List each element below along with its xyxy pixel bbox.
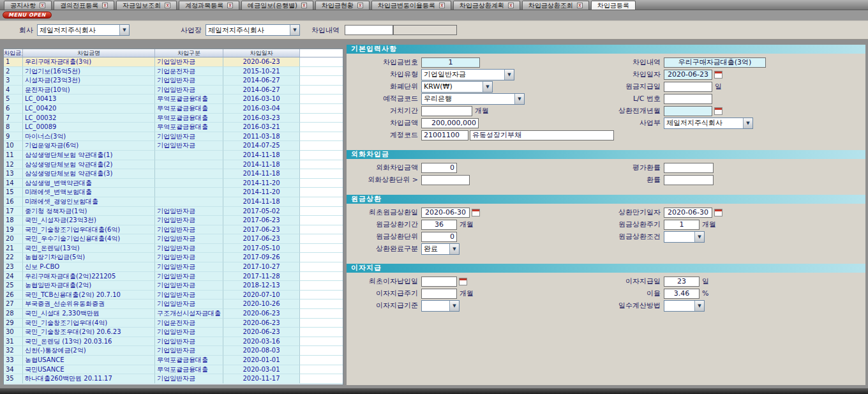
grid-row[interactable]: 26국민_TCB신용대출(2억) 20.7.10기업일반자금2020-07-10 (4, 291, 343, 300)
exchange-rate-input[interactable] (664, 175, 714, 185)
tab-close-icon[interactable]: x (301, 3, 307, 8)
calendar-icon[interactable] (472, 209, 480, 216)
grid-row[interactable]: 21국민_온렌딩(13억)기업일반자금2017-05-10 (4, 244, 343, 254)
interest-pay-basis-select[interactable]: ▼ (421, 300, 460, 312)
tab-close-icon[interactable]: x (40, 3, 45, 8)
loan-desc-input[interactable] (664, 57, 766, 68)
tab-결의전표등록[interactable]: 결의전표등록x (54, 1, 114, 10)
tab-close-icon[interactable]: x (508, 3, 514, 8)
grid-cell-date: 2017-06-23 (223, 225, 300, 235)
account-code-input[interactable] (421, 130, 468, 140)
tab-차입금현황[interactable]: 차입금현황x (315, 1, 370, 10)
grid-row[interactable]: 17중기청 정책자금(1억)기업일반자금2017-05-02 (4, 207, 343, 216)
grid-row[interactable]: 5LC_00413무역포괄금융대출2016-03-10 (4, 95, 343, 104)
grid-column-header[interactable]: 차입구분 (155, 49, 223, 57)
tab-차입금변동이율등록[interactable]: 차입금변동이율등록x (371, 1, 451, 10)
grid-row[interactable]: 4운전자금(10억)기업일반자금2014-06-27 (4, 86, 343, 95)
repay-complete-type-select[interactable]: 완료▼ (421, 243, 460, 255)
grid-row[interactable]: 28국민_시설대 2,330백만원구조개선시설자금대출2020-06-23 (4, 309, 343, 319)
grid-row[interactable]: 8LC_00089무역포괄금융대출2016-03-21 (4, 123, 343, 132)
day-count-method-select[interactable]: ▼ (664, 300, 705, 312)
grid-row[interactable]: 34국민USANCE무역포괄금융대출2020-03-01 (4, 365, 343, 375)
eval-exchange-rate-input[interactable] (664, 163, 714, 173)
tab-차입금상환조회[interactable]: 차입금상환조회x (522, 1, 589, 10)
tab-close-icon[interactable]: x (102, 3, 108, 8)
interest-pay-cycle-input[interactable] (421, 289, 457, 299)
tab-차입금상환계획[interactable]: 차입금상환계획x (453, 1, 520, 10)
company-select[interactable]: 제일저지주식회사 ▼ (37, 24, 130, 36)
grid-row[interactable]: 23신보 P-CBO기업일반자금2017-10-27 (4, 262, 343, 272)
grid-row[interactable]: 12삼성생명단체보험 약관대출(2)2014-11-18 (4, 160, 343, 170)
menu-open-button[interactable]: MENU OPEN (3, 11, 52, 19)
loan-amount-input[interactable] (421, 118, 479, 128)
deposit-code-select[interactable]: 우리은행▼ (421, 93, 525, 105)
tab-예금일보(은행별)[interactable]: 예금일보(은행별)x (241, 1, 313, 10)
business-unit-select[interactable]: 제일저지주식회사▼ (664, 117, 753, 129)
grid-row[interactable]: 6LC_00420무역포괄금융대출2016-03-04 (4, 104, 343, 114)
tab-close-icon[interactable]: x (165, 3, 170, 8)
interest-rate-input[interactable] (664, 289, 700, 299)
calendar-icon[interactable] (714, 209, 722, 216)
site-select[interactable]: 제일저지주식회사 ▼ (206, 24, 300, 36)
loan-desc-search-input-2[interactable] (393, 25, 457, 35)
principal-repay-unit-input[interactable] (421, 232, 457, 242)
grid-column-header[interactable]: 차입금명 (23, 49, 155, 57)
tab-차입금등록[interactable]: 차입금등록 (591, 1, 636, 10)
loan-type-select[interactable]: 기업일반자금▼ (421, 69, 514, 80)
grid-row[interactable]: 2기업기보(16억5천)기업운전자금2015-10-21 (4, 67, 343, 77)
tab-close-icon[interactable]: x (357, 3, 363, 8)
grid-row[interactable]: 3시설자금(23억3천)기업일반자금2014-06-27 (4, 76, 343, 86)
loan-date-input[interactable] (664, 70, 712, 80)
grid-row[interactable]: 15미래에셋_변액보험대출2014-11-20 (4, 188, 343, 197)
grid-row[interactable]: 24우리구매자금대출(2억)221205기업일반자금2017-11-28 (4, 272, 343, 282)
principal-pay-day-input[interactable] (664, 82, 712, 92)
repay-due-date-input[interactable] (664, 208, 712, 218)
grid-row[interactable]: 33농협USANCE무역포괄금융대출2020-01-01 (4, 356, 343, 365)
tab-close-icon[interactable]: x (439, 3, 445, 8)
grid-row[interactable]: 16미래에셋_경영인보험대출2014-11-18 (4, 197, 343, 207)
grid-row[interactable]: 9마이너스(3억)기업일반자금2011-03-18 (4, 132, 343, 142)
grid-row[interactable]: 30국민_기술창조우대(2억) 20.6.23기업일반자금2020-06-23 (4, 328, 343, 337)
loan-desc-search-input[interactable] (345, 25, 393, 35)
grid-row[interactable]: 18국민_시설자금(23억3천)기업일반자금2017-06-23 (4, 216, 343, 225)
grid-row[interactable]: 19국민_기술창조기업우대대출(6억)기업일반자금2017-06-23 (4, 225, 343, 235)
grid-column-header[interactable]: 차입일자 (223, 49, 300, 57)
grid-row[interactable]: 25농협일반자금대출(2억)기업일반자금2018-12-13 (4, 281, 343, 291)
lc-no-input[interactable] (664, 94, 712, 104)
loan-no-input[interactable] (421, 57, 480, 68)
first-principal-repay-date-input[interactable] (421, 208, 470, 218)
calendar-icon[interactable] (459, 278, 467, 285)
calendar-icon[interactable] (714, 71, 722, 79)
grid-row[interactable]: 22농협장기차입금(5억)기업일반자금2017-09-26 (4, 253, 343, 262)
fx-repay-unit-input[interactable] (421, 175, 470, 185)
grid-row[interactable]: 27부국증권_선순위유동화증권기업일반자금2020-10-26 (4, 299, 343, 309)
grace-period-input[interactable] (421, 106, 472, 116)
tab-close-icon[interactable]: x (227, 3, 233, 8)
grid-row[interactable]: 13삼성생명단체보험 약관대출(3)2014-11-18 (4, 169, 343, 179)
tab-자금일보조회[interactable]: 자금일보조회x (116, 1, 177, 10)
calendar-icon[interactable] (714, 107, 722, 115)
grid-row[interactable]: 31국민_온렌딩 (13억) 20.03.16기업일반자금2020-03-16 (4, 337, 343, 347)
grid-row[interactable]: 11삼성생명단체보험 약관대출(1)2014-11-18 (4, 151, 343, 160)
currency-unit-select[interactable]: KRW(₩)▼ (421, 81, 493, 93)
principal-repay-cycle-input[interactable] (664, 220, 700, 230)
grid-row[interactable]: 7LC_00032무역포괄금융대출2016-03-23 (4, 114, 343, 123)
grid-row[interactable]: 32신한(-)통장예금(2억)기업일반자금2020-08-03 (4, 346, 343, 356)
principal-repay-condition-select[interactable]: ▼ (664, 231, 705, 243)
grid-row[interactable]: 20국민_우수기술기업신용대출(4억)기업일반자금2017-06-23 (4, 234, 343, 244)
interest-pay-day-input[interactable] (664, 277, 700, 287)
first-interest-pay-date-input[interactable] (421, 277, 457, 287)
grid-column-header[interactable]: 차입금코드 (4, 49, 23, 57)
grid-row[interactable]: 10기업운영자금(6억)기업일반자금2014-07-25 (4, 141, 343, 151)
tab-close-icon[interactable]: x (577, 3, 583, 8)
tab-공지사항[interactable]: 공지사항x (4, 1, 52, 10)
fx-loan-amount-input[interactable] (421, 163, 457, 173)
grid-row[interactable]: 35하나대출260백만원 20.11.17기업일반자금2020-11-17 (4, 374, 343, 384)
account-name-input[interactable] (470, 130, 614, 140)
grid-row[interactable]: 29국민_기술창조기업우대(4억)기업운전자금2020-06-23 (4, 319, 343, 328)
tab-계정과목등록[interactable]: 계정과목등록x (179, 1, 239, 10)
principal-repay-period-input[interactable] (421, 220, 457, 230)
grid-row[interactable]: 14삼성생명_변액약관대출2014-11-20 (4, 179, 343, 188)
rollover-ym-input[interactable] (664, 106, 712, 116)
grid-row[interactable]: 1우리구매자금대출(3억)기업일반자금2020-06-23 (4, 57, 343, 67)
